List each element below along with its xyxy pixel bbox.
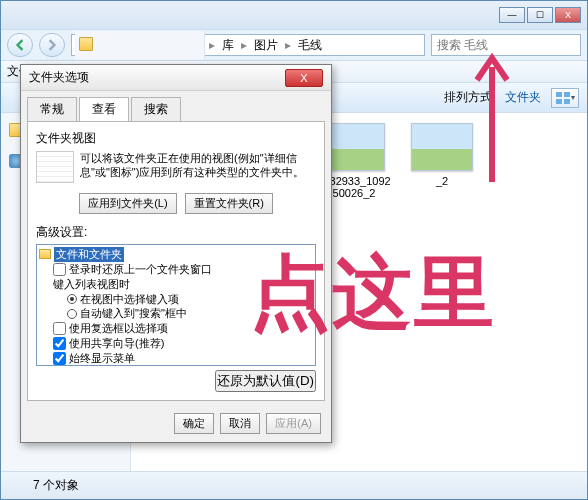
tree-item[interactable]: 始终显示菜单 [39, 351, 313, 366]
folderview-desc: 可以将该文件夹正在使用的视图(例如"详细信息"或"图标")应用到所有这种类型的文… [80, 151, 316, 183]
cancel-button[interactable]: 取消 [220, 413, 260, 434]
folder-options-dialog: 文件夹选项 X 常规 查看 搜索 文件夹视图 可以将该文件夹正在使用的视图(例如… [20, 64, 332, 443]
dialog-tabs: 常规 查看 搜索 [27, 97, 325, 121]
tree-item[interactable]: 在视图中选择键入项 [39, 292, 313, 307]
breadcrumb[interactable]: ▸库 ▸图片 ▸毛线 [71, 34, 425, 56]
checkbox[interactable] [53, 352, 66, 365]
tree-item[interactable]: 登录时还原上一个文件夹窗口 [39, 262, 313, 277]
tab-view[interactable]: 查看 [79, 97, 129, 121]
thumbnails-icon [556, 92, 570, 104]
checkbox[interactable] [53, 263, 66, 276]
status-text: 7 个对象 [33, 477, 79, 494]
checkbox[interactable] [53, 322, 66, 335]
tree-item-label: 在视图中选择键入项 [80, 292, 179, 307]
folder-icon [79, 37, 93, 51]
dialog-titlebar: 文件夹选项 X [21, 65, 331, 91]
tree-item-label: 自动键入到"搜索"框中 [80, 306, 187, 321]
apply-button[interactable]: 应用(A) [266, 413, 321, 434]
tree-item[interactable]: 使用共享向导(推荐) [39, 336, 313, 351]
dialog-close-button[interactable]: X [285, 69, 323, 87]
tab-general[interactable]: 常规 [27, 97, 77, 121]
dialog-body: 文件夹视图 可以将该文件夹正在使用的视图(例如"详细信息"或"图标")应用到所有… [27, 121, 325, 401]
svg-rect-1 [564, 92, 570, 97]
image-icon [323, 123, 385, 171]
titlebar: — ☐ X [1, 1, 587, 29]
search-input[interactable] [431, 34, 581, 56]
chevron-down-icon: ▾ [571, 93, 575, 102]
tree-item[interactable]: 自动键入到"搜索"框中 [39, 306, 313, 321]
navbar: ▸库 ▸图片 ▸毛线 [1, 29, 587, 61]
tree-item-label: 使用复选框以选择项 [69, 321, 168, 336]
tree-item-label: 始终显示菜单 [69, 351, 135, 366]
radio[interactable] [67, 309, 77, 319]
statusbar: 7 个对象 [1, 471, 587, 499]
advanced-label: 高级设置: [36, 224, 316, 241]
restore-defaults-button[interactable]: 还原为默认值(D) [215, 370, 316, 392]
tab-search[interactable]: 搜索 [131, 97, 181, 121]
svg-rect-3 [564, 99, 570, 104]
tree-item[interactable]: 键入列表视图时 [39, 277, 313, 292]
advanced-tree[interactable]: 文件和文件夹登录时还原上一个文件夹窗口键入列表视图时在视图中选择键入项自动键入到… [36, 244, 316, 366]
section-folder-view: 文件夹视图 [36, 130, 316, 147]
tree-item-label: 键入列表视图时 [53, 277, 130, 292]
view-mode-button[interactable]: ▾ [551, 88, 579, 108]
folder-icon [9, 479, 27, 493]
svg-rect-0 [556, 92, 562, 97]
maximize-button[interactable]: ☐ [527, 7, 553, 23]
reset-folders-button[interactable]: 重置文件夹(R) [185, 193, 273, 214]
dialog-title: 文件夹选项 [29, 69, 89, 86]
back-button[interactable] [7, 33, 33, 57]
tree-item-label: 使用共享向导(推荐) [69, 336, 164, 351]
folders-link[interactable]: 文件夹 [505, 89, 541, 106]
tree-item-label: 登录时还原上一个文件夹窗口 [69, 262, 212, 277]
ok-button[interactable]: 确定 [174, 413, 214, 434]
tree-item[interactable]: 使用复选框以选择项 [39, 321, 313, 336]
close-button[interactable]: X [555, 7, 581, 23]
minimize-button[interactable]: — [499, 7, 525, 23]
radio[interactable] [67, 294, 77, 304]
sort-label: 排列方式: [444, 89, 495, 106]
tree-item-label: 文件和文件夹 [54, 247, 124, 262]
folder-icon [39, 249, 51, 259]
forward-button[interactable] [39, 33, 65, 57]
thumbnail[interactable]: _2 [405, 123, 479, 199]
apply-to-folders-button[interactable]: 应用到文件夹(L) [79, 193, 176, 214]
svg-rect-2 [556, 99, 562, 104]
tree-item[interactable]: 文件和文件夹 [39, 247, 313, 262]
folderview-icon [36, 151, 74, 183]
image-icon [411, 123, 473, 171]
thumbnail-name: _2 [436, 175, 448, 187]
dialog-footer: 确定 取消 应用(A) [21, 407, 331, 442]
checkbox[interactable] [53, 337, 66, 350]
